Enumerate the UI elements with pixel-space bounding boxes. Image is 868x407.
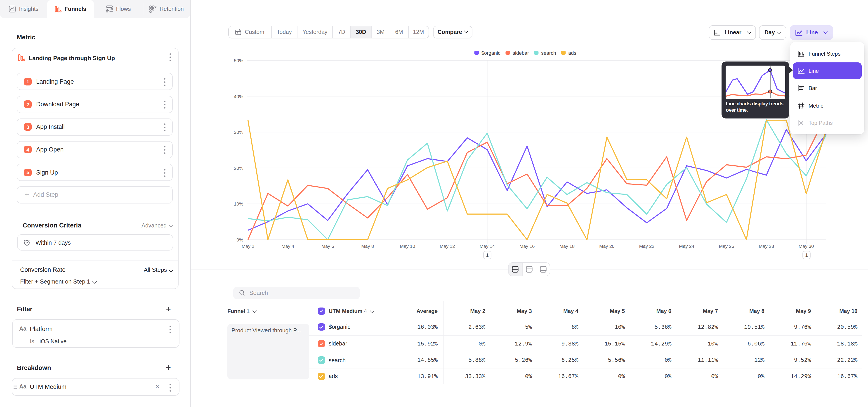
- svg-text:50%: 50%: [234, 58, 243, 63]
- svg-text:May 6: May 6: [321, 244, 334, 249]
- svg-text:May 22: May 22: [639, 244, 654, 249]
- svg-text:May 10: May 10: [400, 244, 415, 249]
- svg-text:May 2: May 2: [242, 244, 254, 249]
- svg-text:May 14: May 14: [480, 244, 495, 249]
- svg-text:May 4: May 4: [281, 244, 294, 249]
- svg-text:May 8: May 8: [361, 244, 374, 249]
- svg-text:May 16: May 16: [520, 244, 535, 249]
- svg-text:May 20: May 20: [599, 244, 615, 249]
- svg-text:40%: 40%: [234, 94, 243, 99]
- svg-text:May 18: May 18: [559, 244, 575, 249]
- svg-text:10%: 10%: [234, 201, 243, 207]
- svg-text:May 12: May 12: [440, 244, 455, 249]
- svg-text:30%: 30%: [234, 130, 243, 135]
- svg-text:20%: 20%: [234, 165, 243, 171]
- svg-text:May 28: May 28: [759, 244, 774, 249]
- svg-text:May 24: May 24: [679, 244, 694, 249]
- svg-text:May 26: May 26: [719, 244, 734, 249]
- svg-text:May 30: May 30: [799, 244, 814, 249]
- svg-text:0%: 0%: [237, 237, 243, 242]
